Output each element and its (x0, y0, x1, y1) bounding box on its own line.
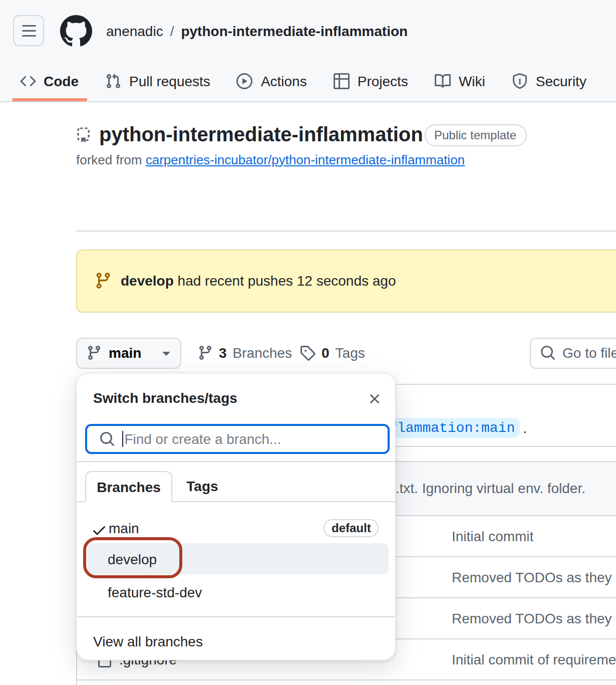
text-cursor (122, 430, 123, 446)
tab-projects[interactable]: Projects (326, 60, 416, 101)
git-branch-icon (197, 345, 213, 361)
branches-label: Branches (233, 345, 292, 361)
git-pull-request-icon (105, 73, 121, 89)
tab-security[interactable]: Security (504, 60, 594, 101)
row-commit-message[interactable]: Initial commit of requirements.txt (452, 639, 616, 679)
tab-security-label: Security (536, 73, 586, 89)
tab-pull-requests[interactable]: Pull requests (97, 60, 218, 101)
branch-search-input[interactable] (85, 423, 389, 453)
three-bars-icon (21, 23, 37, 39)
branches-link[interactable]: 3 Branches (197, 337, 292, 368)
row-commit-message[interactable]: Removed TODOs as they are now covered by… (452, 557, 616, 597)
table-icon (334, 73, 350, 89)
branch-search-field[interactable] (124, 430, 355, 446)
branch-selector-button[interactable]: main (76, 337, 181, 368)
check-icon (91, 522, 107, 538)
view-all-branches-link[interactable]: View all branches (93, 633, 203, 649)
recent-push-message-text: had recent pushes 12 seconds ago (178, 273, 396, 289)
breadcrumb-owner[interactable]: anenadic (106, 23, 163, 39)
recent-push-text: develop had recent pushes 12 seconds ago (121, 273, 396, 289)
breadcrumb-repo[interactable]: python-intermediate-inflammation (181, 23, 408, 39)
tags-label: Tags (336, 345, 365, 361)
tab-branches[interactable]: Branches (85, 471, 172, 502)
tags-link[interactable]: 0 Tags (299, 337, 365, 368)
tab-code[interactable]: Code (12, 60, 87, 101)
search-icon (99, 430, 115, 446)
tab-tags[interactable]: Tags (172, 471, 232, 501)
chevron-down-icon (158, 345, 174, 361)
dialog-footer-divider (77, 616, 395, 617)
hamburger-menu-button[interactable] (13, 15, 44, 46)
branch-switcher-dialog: Switch branches/tags Branches Tags main … (76, 373, 396, 660)
play-icon (237, 73, 253, 89)
forked-from-link[interactable]: carpentries-incubator/python-intermediat… (146, 152, 465, 167)
tab-wiki-label: Wiki (459, 73, 485, 89)
book-icon (435, 73, 451, 89)
forked-from: forked from carpentries-incubator/python… (76, 152, 465, 167)
repo-nav: Code Pull requests Actions Projects Wiki… (12, 60, 594, 101)
git-branch-icon (94, 272, 112, 290)
header-divider (76, 231, 616, 232)
branch-item-main[interactable]: main (109, 520, 139, 536)
page-title: python-intermediate-inflammation (99, 123, 423, 146)
go-to-file-field[interactable] (562, 345, 616, 361)
git-branch-icon (86, 345, 102, 361)
recent-push-branch: develop (121, 273, 174, 289)
tab-actions-label: Actions (261, 73, 307, 89)
tab-projects-label: Projects (358, 73, 408, 89)
tab-code-label: Code (44, 73, 79, 89)
tag-icon (299, 345, 316, 361)
branch-item-develop-label[interactable]: develop (108, 551, 157, 567)
repo-template-icon (76, 127, 92, 143)
branch-infobar-suffix: . (523, 419, 527, 435)
dialog-title: Switch branches/tags (93, 390, 237, 406)
tab-wiki[interactable]: Wiki (427, 60, 493, 101)
default-badge: default (324, 519, 379, 537)
github-logo-icon[interactable] (60, 15, 92, 47)
breadcrumb: anenadic / python-intermediate-inflammat… (106, 0, 408, 61)
shield-icon (512, 73, 528, 89)
branches-count: 3 (219, 345, 227, 361)
row-commit-message[interactable]: Initial commit (452, 516, 533, 556)
row-commit-message[interactable]: Removed TODOs as they are now covered by… (452, 598, 616, 638)
branch-selector-label: main (109, 345, 141, 361)
breadcrumb-separator: / (170, 23, 174, 39)
code-icon (20, 73, 36, 89)
forked-from-label: forked from (76, 152, 142, 167)
visibility-badge: Public template (424, 124, 526, 146)
github-repo-page: anenadic / python-intermediate-inflammat… (0, 0, 616, 685)
recent-push-banner: develop had recent pushes 12 seconds ago (76, 249, 616, 312)
close-icon (367, 390, 383, 406)
search-icon (539, 345, 555, 361)
go-to-file-input[interactable] (529, 337, 616, 368)
branch-item-feature-std-dev[interactable]: feature-std-dev (108, 584, 202, 600)
dialog-divider (77, 461, 395, 462)
tags-count: 0 (322, 345, 330, 361)
close-button[interactable] (365, 388, 385, 408)
tab-actions[interactable]: Actions (229, 60, 315, 101)
app-header: anenadic / python-intermediate-inflammat… (0, 0, 616, 102)
tab-pull-requests-label: Pull requests (129, 73, 210, 89)
